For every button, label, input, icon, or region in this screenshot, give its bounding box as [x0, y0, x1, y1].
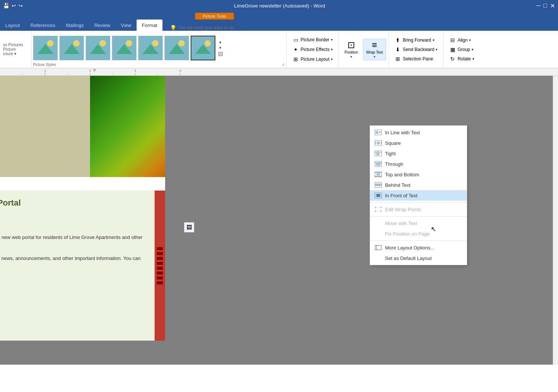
wrap-text-btn[interactable]: ≡ Wrap Text ▾	[363, 39, 387, 60]
style-thumb-5[interactable]	[138, 36, 163, 60]
style-thumb-4[interactable]	[112, 36, 137, 60]
svg-point-20	[205, 40, 211, 47]
save-qat-btn[interactable]: 💾	[3, 3, 9, 9]
move-text-icon	[375, 220, 382, 226]
position-dropdown-icon[interactable]: ▾	[350, 55, 352, 59]
align-btn[interactable]: ⊟ Align ▾	[447, 36, 477, 45]
menu-item-top-bottom[interactable]: Top and Bottom	[370, 169, 467, 180]
menu-item-through[interactable]: Through	[370, 159, 467, 169]
selection-pane-btn[interactable]: ⊞ Selection Pane	[392, 54, 440, 63]
svg-text:1: 1	[44, 69, 46, 72]
menu-item-in-front[interactable]: In Front of Text	[370, 190, 467, 201]
svg-point-69	[380, 207, 382, 208]
position-icon: ⊡	[347, 41, 355, 50]
rotate-icon: ↻	[449, 56, 456, 62]
menu-separator-2	[370, 216, 467, 216]
section-title: New Online Resident Portal	[0, 198, 147, 208]
rotate-dropdown-icon[interactable]: ▾	[472, 57, 474, 61]
svg-rect-38	[376, 131, 378, 134]
close-btn[interactable]: ✕	[550, 2, 555, 9]
bring-forward-btn[interactable]: ⬆ Bring Forward ▾	[392, 36, 440, 45]
picture-layout-icon: ⊞	[292, 56, 299, 63]
picture-styles-section-label: Picture Styles	[33, 63, 56, 67]
svg-point-48	[376, 151, 380, 156]
vertical-scrollbar[interactable]	[553, 76, 558, 365]
menu-item-fix-position: Fix Position on Page	[370, 228, 467, 239]
menu-item-square[interactable]: Square	[370, 138, 467, 148]
svg-rect-72	[375, 245, 381, 250]
document-area[interactable]: 1000 Lake Sylvan Boulevard | Orlando, FL…	[0, 76, 558, 365]
styles-expand-icon[interactable]: ⤢	[282, 63, 285, 67]
menu-separator-1	[370, 202, 467, 203]
svg-point-70	[375, 210, 376, 212]
lightbulb-icon: 💡	[170, 25, 176, 31]
svg-text:3: 3	[134, 69, 136, 72]
window-title: LimeGrove newsletter (Autosaved) - Word	[23, 3, 536, 9]
style-thumb-1[interactable]	[33, 36, 58, 60]
app-header: 💾 ↩ ↪ LimeGrove newsletter (Autosaved) -…	[0, 0, 558, 31]
behind-wrap-icon	[375, 182, 382, 188]
header-leaf	[90, 76, 165, 177]
svg-point-17	[178, 40, 185, 46]
tab-layout[interactable]: Layout	[0, 20, 25, 31]
picture-styles-section: ▲ ▼ ⊟ Picture Styles ⤢	[32, 31, 287, 68]
svg-rect-42	[377, 141, 380, 144]
menu-item-inline[interactable]: In Line with Text	[370, 127, 467, 138]
send-backward-btn[interactable]: ⬇ Send Backward ▾	[392, 45, 440, 54]
send-backward-dropdown-icon[interactable]: ▾	[436, 48, 438, 51]
address-bar: 1000 Lake Sylvan Boulevard | Orlando, FL…	[0, 177, 165, 191]
tab-references[interactable]: References	[25, 20, 60, 31]
tab-review[interactable]: Review	[89, 20, 116, 31]
ribbon-tabs: Layout References Mailings Review View F…	[0, 20, 558, 31]
position-btn[interactable]: ⊡ Position ▾	[341, 39, 361, 60]
style-thumb-7[interactable]	[191, 36, 215, 60]
picture-border-dropdown-icon[interactable]: ▾	[331, 38, 333, 42]
more-layout-icon	[375, 245, 382, 251]
menu-item-edit-wrap: Edit Wrap Points	[370, 204, 467, 215]
picture-effects-icon: ✦	[292, 46, 299, 53]
maximize-btn[interactable]: □	[543, 2, 547, 9]
align-dropdown-icon[interactable]: ▾	[469, 38, 471, 42]
body-text-2: Buena Vida Online gives you access to co…	[0, 254, 147, 271]
tell-me-input[interactable]	[179, 25, 269, 30]
ribbon: ss Pictures Picture icture ▾	[0, 31, 558, 68]
style-thumb-3[interactable]	[86, 36, 110, 60]
set-default-icon	[375, 255, 382, 261]
svg-point-5	[73, 40, 80, 46]
style-thumb-6[interactable]	[164, 36, 189, 60]
rotate-btn[interactable]: ↻ Rotate ▾	[447, 54, 477, 63]
svg-point-11	[126, 40, 132, 46]
redo-qat-btn[interactable]: ↪	[18, 3, 23, 9]
picture-styles-label: Picture Styles ⤢	[32, 63, 286, 68]
svg-marker-52	[376, 162, 381, 166]
undo-qat-btn[interactable]: ↩	[12, 3, 16, 9]
tab-format[interactable]: Format	[137, 20, 162, 31]
bring-forward-dropdown-icon[interactable]: ▾	[433, 38, 435, 42]
menu-item-tight[interactable]: Tight	[370, 148, 467, 159]
svg-rect-60	[376, 183, 381, 187]
picture-layout-dropdown-icon[interactable]: ▾	[331, 57, 333, 61]
picture-border-btn[interactable]: ▭ Picture Border ▾	[290, 35, 335, 44]
wrap-text-dropdown-icon[interactable]: ▾	[374, 55, 375, 59]
menu-separator-3	[370, 240, 467, 241]
menu-item-move-text: Move with Text	[370, 218, 467, 228]
menu-item-set-default[interactable]: Set as Default Layout	[370, 253, 467, 263]
picture-effects-dropdown-icon[interactable]: ▾	[331, 48, 333, 51]
style-scroll[interactable]: ▲ ▼ ⊟	[217, 39, 224, 57]
tab-mailings[interactable]: Mailings	[61, 20, 89, 31]
picture-border-icon: ▭	[292, 36, 299, 43]
svg-point-8	[99, 40, 106, 46]
minimize-btn[interactable]: ─	[536, 2, 540, 9]
picture-effects-btn[interactable]: ✦ Picture Effects ▾	[290, 45, 335, 54]
style-thumb-2[interactable]	[59, 36, 84, 60]
menu-item-more-layout[interactable]: More Layout Options...	[370, 242, 467, 253]
tab-view[interactable]: View	[116, 20, 137, 31]
ruler: 1 2 3 4	[0, 68, 558, 76]
group-btn[interactable]: ▦ Group ▾	[447, 45, 477, 54]
menu-item-behind[interactable]: Behind Text	[370, 180, 467, 190]
main-content: New Online Resident Portal LIME GROVE Lu…	[0, 191, 155, 341]
picture-layout-btn[interactable]: ⊞ Picture Layout ▾	[290, 55, 335, 64]
through-wrap-icon	[375, 161, 382, 167]
square-wrap-icon	[375, 140, 382, 146]
group-dropdown-icon[interactable]: ▾	[472, 48, 474, 51]
